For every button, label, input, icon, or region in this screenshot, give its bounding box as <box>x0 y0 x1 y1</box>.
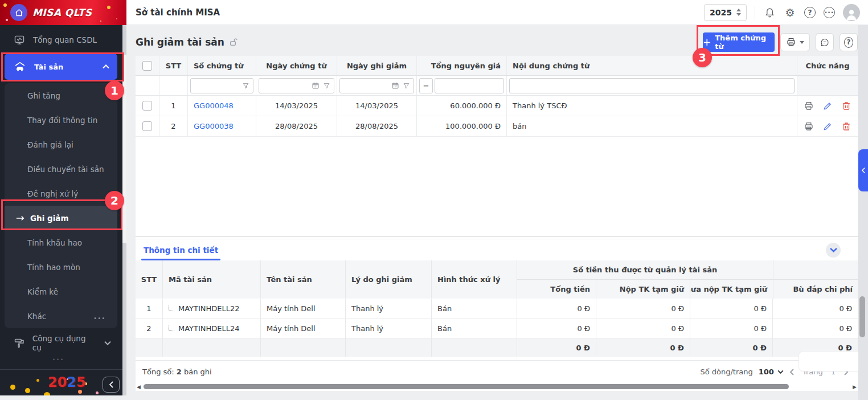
footer-bar: Tổng số: 2 bản ghi Số dòng/trang 100 Tra… <box>136 360 858 383</box>
sidebar-collapse-button[interactable] <box>103 377 120 393</box>
vertical-scrollbar-thumb[interactable] <box>859 296 865 337</box>
cell-decrease-date: 14/03/2025 <box>337 96 417 116</box>
edit-row-icon[interactable] <box>822 101 833 111</box>
chevron-left-icon <box>861 168 866 173</box>
festive-dots <box>3 3 7 7</box>
cell-offset: 0 Đ <box>773 299 858 318</box>
horizontal-scrollbar-thumb[interactable] <box>144 384 789 389</box>
col-handling-method[interactable]: Hình thức xử lý <box>432 260 517 298</box>
col-deposited[interactable]: Nộp TK tạm giữ <box>596 280 690 299</box>
col-total-money[interactable]: Tổng tiền <box>517 280 596 299</box>
funnel-icon[interactable] <box>403 82 410 89</box>
sidebar-item-ghi-giam[interactable]: Ghi giảm <box>5 206 117 230</box>
table-row[interactable]: 2 GG000038 28/08/2025 28/08/2025 100.000… <box>136 116 858 137</box>
col-decrease-date[interactable]: Ngày ghi giảm <box>337 56 417 75</box>
sidebar-item-thay-doi-thong-tin[interactable]: Thay đổi thông tin <box>5 108 117 132</box>
col-asset-name[interactable]: Tên tài sản <box>261 260 346 298</box>
delete-row-icon[interactable] <box>841 101 851 111</box>
rows-per-page-label: Số dòng/trang <box>700 368 752 376</box>
cell-doc-date: 28/08/2025 <box>256 116 337 136</box>
sidebar-item-kiem-ke[interactable]: Kiểm kê <box>5 279 117 304</box>
sidebar-item-khac[interactable]: Khác ... <box>5 304 117 328</box>
col-content[interactable]: Nội dung chứng từ <box>507 56 797 75</box>
cell-total-cost: 60.000.000 Đ <box>417 96 507 116</box>
calendar-icon[interactable] <box>391 81 399 89</box>
scroll-left-arrow[interactable]: ◀ <box>137 384 141 390</box>
detail-collapse-button[interactable] <box>826 243 841 258</box>
ellipsis-icon: ... <box>94 312 106 321</box>
lock-open-icon[interactable] <box>229 38 238 47</box>
sidebar-scrollbar-thumb[interactable] <box>122 55 126 243</box>
delete-row-icon[interactable] <box>841 121 851 132</box>
col-total-cost[interactable]: Tổng nguyên giá <box>417 56 507 75</box>
col-group-empty <box>773 260 858 280</box>
detail-row[interactable]: 1 MAYTINHDELL22 Máy tính Dell Thanh lý B… <box>136 299 858 319</box>
sidebar-item-tools[interactable]: Công cụ dụng cụ <box>0 330 122 356</box>
edit-row-icon[interactable] <box>822 121 833 132</box>
year-spinner-icon[interactable] <box>736 9 741 16</box>
settings-gear-icon[interactable]: ⚙ <box>784 6 796 19</box>
content-filter-input[interactable] <box>509 78 795 93</box>
actions-filter-placeholder <box>797 76 858 95</box>
horizontal-scrollbar[interactable]: ◀ ▶ <box>136 383 858 391</box>
col-decrease-reason[interactable]: Lý do ghi giảm <box>346 260 432 298</box>
col-actions: Chức năng <box>797 56 858 75</box>
prev-page-icon[interactable] <box>789 369 795 375</box>
sum-not-deposited: 0 Đ <box>690 338 773 357</box>
print-row-icon[interactable] <box>804 101 814 111</box>
calendar-icon[interactable] <box>312 81 320 89</box>
total-cost-filter-input[interactable] <box>435 78 504 93</box>
feedback-button[interactable] <box>816 33 834 51</box>
doc-no-filter-input[interactable] <box>190 78 253 93</box>
detail-tab-bar: Thông tin chi tiết <box>136 239 858 260</box>
funnel-icon[interactable] <box>242 82 249 89</box>
right-scroll-strip[interactable] <box>858 25 868 400</box>
doc-date-filter-input[interactable] <box>259 78 334 93</box>
detail-table: STT Mã tài sản Tên tài sản Lý do ghi giả… <box>136 260 858 357</box>
scroll-right-arrow[interactable]: ▶ <box>853 384 857 390</box>
sub-item-label: Điều chuyển tài sản <box>27 165 104 174</box>
sidebar-item-overview[interactable]: Tổng quan CSDL <box>0 25 122 55</box>
col-not-deposited[interactable]: Chưa nộp TK tạm giữ <box>690 280 773 299</box>
notifications-bell-icon[interactable] <box>763 6 776 19</box>
rows-per-page-select[interactable]: 100 <box>759 368 784 376</box>
col-asset-code[interactable]: Mã tài sản <box>163 260 261 298</box>
table-row[interactable]: 1 GG000048 14/03/2025 14/03/2025 60.000.… <box>136 96 858 116</box>
decrease-date-filter-input[interactable] <box>339 78 414 93</box>
cell-not-deposited: 0 Đ <box>690 299 773 318</box>
side-panel-toggle[interactable] <box>858 149 868 191</box>
sidebar-item-assets[interactable]: Tài sản <box>5 54 117 80</box>
col-doc-date[interactable]: Ngày chứng từ <box>256 56 337 75</box>
equals-operator[interactable]: = <box>419 78 433 93</box>
detail-split-divider[interactable] <box>136 236 858 237</box>
help-icon[interactable]: ? <box>804 7 816 18</box>
doc-no-link[interactable]: GG000038 <box>194 122 234 130</box>
sidebar-item-ghi-tang[interactable]: Ghi tăng <box>5 83 117 108</box>
col-doc-no[interactable]: Số chứng từ <box>188 56 256 75</box>
fiscal-year-selector[interactable]: 2025 <box>704 4 747 21</box>
doc-no-link[interactable]: GG000048 <box>194 101 234 110</box>
sidebar-item-tinh-hao-mon[interactable]: Tính hao mòn <box>5 255 117 279</box>
select-all-checkbox[interactable] <box>142 61 152 71</box>
drag-handle-icon[interactable] <box>169 305 174 311</box>
sub-item-label: Tính khấu hao <box>27 238 82 247</box>
row-checkbox[interactable] <box>142 121 152 131</box>
drag-handle-icon[interactable] <box>169 325 174 331</box>
tab-detail-info[interactable]: Thông tin chi tiết <box>141 239 220 260</box>
add-document-button[interactable]: + Thêm chứng từ <box>703 32 775 52</box>
help-button[interactable]: ? <box>840 33 858 51</box>
print-row-icon[interactable] <box>804 121 814 132</box>
sidebar-item-de-nghi-xu-ly[interactable]: Đề nghị xử lý <box>5 181 117 206</box>
row-checkbox[interactable] <box>142 101 152 111</box>
sidebar-item-dieu-chuyen-tai-san[interactable]: Điều chuyển tài sản <box>5 157 117 181</box>
col-cost-offset[interactable]: Bù đắp chi phí <box>773 280 858 299</box>
print-dropdown-button[interactable] <box>780 33 810 51</box>
user-avatar[interactable] <box>843 4 860 21</box>
sub-item-label: Ghi giảm <box>30 214 69 223</box>
detail-row[interactable]: 2 MAYTINHDELL24 Máy tính Dell Thanh lý B… <box>136 319 858 338</box>
funnel-icon[interactable] <box>323 82 330 89</box>
more-options-icon[interactable]: ··· <box>824 7 835 18</box>
sidebar-scrollbar[interactable] <box>122 25 126 395</box>
sidebar-item-tinh-khau-hao[interactable]: Tính khấu hao <box>5 230 117 255</box>
sidebar-item-danh-gia-lai[interactable]: Đánh giá lại <box>5 132 117 157</box>
